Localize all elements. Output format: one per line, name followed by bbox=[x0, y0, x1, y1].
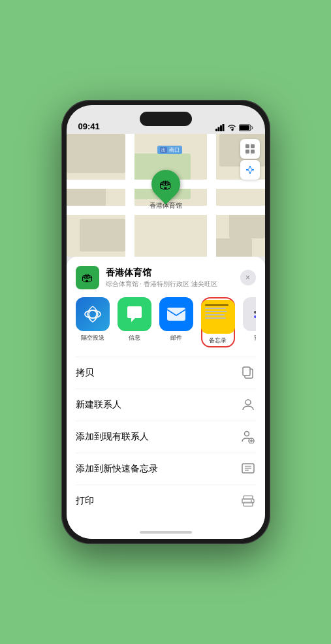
action-new-contact[interactable]: 新建联系人 bbox=[76, 389, 256, 421]
venue-header: 🏟 香港体育馆 综合体育馆 · 香港特别行政区 油尖旺区 × bbox=[76, 266, 256, 289]
more-dots bbox=[254, 311, 256, 318]
venue-info: 香港体育馆 综合体育馆 · 香港特别行政区 油尖旺区 bbox=[106, 267, 240, 289]
map-area[interactable]: 出 南口 🏟 香港体育馆 bbox=[67, 134, 265, 257]
location-icon bbox=[245, 165, 255, 174]
print-symbol bbox=[242, 495, 255, 507]
map-type-icon bbox=[245, 144, 255, 154]
apps-row: 隔空投送 信息 bbox=[76, 297, 256, 347]
phone-frame: 09:41 bbox=[61, 100, 270, 544]
pin-circle: 🏟 bbox=[145, 164, 185, 204]
more-label: 更多 bbox=[254, 334, 256, 342]
action-copy[interactable]: 拷贝 bbox=[76, 357, 256, 389]
copy-label: 拷贝 bbox=[76, 367, 94, 379]
status-icons bbox=[215, 124, 253, 131]
bottom-sheet: 🏟 香港体育馆 综合体育馆 · 香港特别行政区 油尖旺区 × bbox=[67, 257, 265, 526]
action-add-existing[interactable]: 添加到现有联系人 bbox=[76, 421, 256, 453]
messages-symbol bbox=[125, 305, 144, 323]
phone-screen: 09:41 bbox=[67, 105, 265, 539]
note-symbol bbox=[242, 463, 255, 475]
new-contact-label: 新建联系人 bbox=[76, 399, 121, 411]
add-existing-label: 添加到现有联系人 bbox=[76, 431, 149, 443]
action-print[interactable]: 打印 bbox=[76, 485, 256, 517]
copy-icon bbox=[240, 365, 256, 381]
map-block bbox=[213, 238, 252, 257]
svg-point-15 bbox=[245, 400, 251, 405]
app-item-notes[interactable]: 备忘录 bbox=[201, 297, 235, 347]
note-icon bbox=[240, 461, 256, 477]
svg-point-10 bbox=[89, 310, 97, 318]
map-road bbox=[125, 134, 134, 257]
action-quick-note[interactable]: 添加到新快速备忘录 bbox=[76, 453, 256, 485]
svg-rect-24 bbox=[244, 496, 253, 499]
app-item-messages[interactable]: 信息 bbox=[118, 297, 151, 347]
person-icon bbox=[240, 397, 256, 413]
map-road bbox=[207, 134, 216, 257]
airdrop-symbol bbox=[84, 305, 102, 323]
venue-name: 香港体育馆 bbox=[106, 267, 240, 279]
home-indicator bbox=[67, 526, 265, 539]
mail-label: 邮件 bbox=[170, 334, 182, 342]
messages-icon bbox=[118, 297, 151, 331]
map-block bbox=[67, 134, 125, 173]
notes-icon bbox=[201, 300, 235, 334]
action-list: 拷贝 新建联系人 bbox=[76, 357, 256, 517]
app-item-more[interactable]: 更多 bbox=[243, 297, 256, 347]
svg-point-16 bbox=[244, 432, 249, 436]
more-icon bbox=[243, 297, 256, 331]
map-block bbox=[80, 219, 125, 251]
svg-rect-6 bbox=[245, 144, 249, 148]
svg-rect-2 bbox=[220, 125, 222, 131]
messages-label: 信息 bbox=[129, 334, 140, 342]
road-label: 出 南口 bbox=[157, 146, 181, 154]
svg-rect-7 bbox=[251, 144, 255, 148]
person-symbol bbox=[242, 398, 254, 411]
print-label: 打印 bbox=[76, 495, 94, 507]
dots-row-1 bbox=[254, 311, 256, 314]
svg-rect-3 bbox=[222, 124, 224, 131]
airdrop-label: 隔空投送 bbox=[81, 334, 104, 342]
app-item-airdrop[interactable]: 隔空投送 bbox=[76, 297, 110, 347]
dots-row-2 bbox=[254, 315, 256, 318]
person-add-symbol bbox=[242, 430, 255, 443]
svg-rect-14 bbox=[243, 367, 250, 376]
signal-icon bbox=[215, 124, 225, 131]
mail-symbol bbox=[166, 307, 186, 321]
map-controls bbox=[240, 139, 260, 180]
svg-point-26 bbox=[251, 500, 252, 502]
stadium-pin[interactable]: 🏟 香港体育馆 bbox=[150, 170, 182, 210]
dynamic-island bbox=[140, 112, 192, 126]
svg-rect-9 bbox=[251, 150, 255, 153]
person-add-icon bbox=[240, 429, 256, 445]
print-icon bbox=[240, 493, 256, 509]
airdrop-icon bbox=[76, 297, 110, 331]
svg-rect-12 bbox=[167, 308, 185, 321]
home-bar bbox=[140, 531, 192, 534]
venue-icon: 🏟 bbox=[76, 266, 99, 289]
stadium-icon: 🏟 bbox=[159, 177, 172, 192]
svg-rect-0 bbox=[215, 129, 217, 131]
svg-rect-8 bbox=[245, 150, 249, 153]
svg-rect-5 bbox=[240, 125, 249, 130]
status-time: 09:41 bbox=[78, 121, 100, 131]
copy-symbol bbox=[242, 366, 254, 379]
venue-subtitle: 综合体育馆 · 香港特别行政区 油尖旺区 bbox=[106, 280, 240, 289]
svg-rect-1 bbox=[217, 127, 219, 132]
notes-label: 备忘录 bbox=[209, 336, 227, 345]
quick-note-label: 添加到新快速备忘录 bbox=[76, 463, 158, 475]
location-button[interactable] bbox=[240, 160, 260, 180]
battery-icon bbox=[239, 124, 253, 131]
wifi-icon bbox=[227, 124, 236, 131]
close-button[interactable]: × bbox=[240, 270, 256, 285]
mail-icon bbox=[159, 297, 193, 331]
map-type-button[interactable] bbox=[240, 139, 260, 159]
app-item-mail[interactable]: 邮件 bbox=[159, 297, 193, 347]
